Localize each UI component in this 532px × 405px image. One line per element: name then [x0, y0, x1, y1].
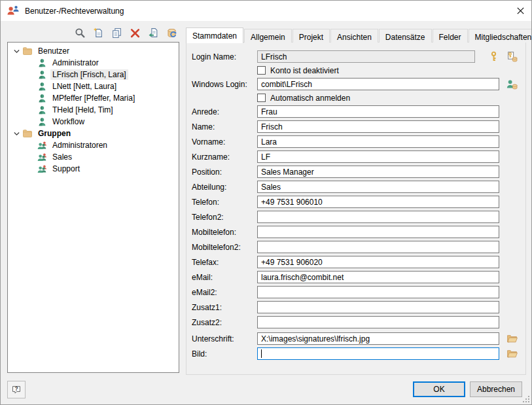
- dialog-buttons: OK Abbrechen: [413, 381, 522, 397]
- toolbar-search-button[interactable]: [73, 26, 87, 40]
- name-label: Name:: [192, 122, 257, 132]
- tab-label: Allgemein: [251, 33, 285, 42]
- tab-datenstze[interactable]: Datensätze: [379, 29, 432, 43]
- folder-icon: [22, 46, 33, 56]
- email2-label: eMail2:: [192, 288, 257, 297]
- toolbar-reload-button[interactable]: [165, 26, 179, 40]
- user-icon: [37, 82, 47, 92]
- password-button[interactable]: [488, 51, 499, 63]
- folder-icon: [22, 128, 33, 139]
- chevron-down-icon[interactable]: [11, 130, 22, 138]
- email2-row: eMail2:: [192, 286, 525, 298]
- resize-grip-icon[interactable]: [523, 396, 530, 403]
- tab-projekt[interactable]: Projekt: [293, 29, 330, 43]
- tree-item-label: Benutzer: [36, 46, 71, 56]
- unterschrift-value: X:\images\signatures\lfrisch.jpg: [261, 334, 370, 343]
- tree-item-label: Sales: [50, 152, 74, 162]
- browse-signature-button[interactable]: [506, 333, 518, 345]
- anrede-label: Anrede:: [192, 107, 257, 116]
- tab-stammdaten[interactable]: Stammdaten: [186, 27, 243, 43]
- zusatz2-field[interactable]: [257, 316, 499, 328]
- unterschrift-row: Unterschrift:X:\images\signatures\lfrisc…: [192, 332, 525, 345]
- toolbar-delete-user-button[interactable]: [128, 26, 142, 40]
- ok-button[interactable]: OK: [413, 381, 465, 397]
- user-group-tree[interactable]: BenutzerAdministratorLFrisch [Frisch, La…: [7, 42, 179, 373]
- zusatz1-field[interactable]: [257, 301, 499, 313]
- bild-field[interactable]: [257, 347, 499, 360]
- kurzname-label: Kurzname:: [192, 152, 257, 162]
- login-name-field[interactable]: LFrisch: [257, 50, 475, 63]
- password-options-button[interactable]: [506, 51, 518, 63]
- windows-login-row: Windows Login:combit\LFrisch: [192, 78, 525, 90]
- email-field[interactable]: laura.frisch@combit.net: [257, 271, 499, 283]
- close-button[interactable]: [509, 1, 531, 21]
- vorname-row: Vorname:Lara: [192, 135, 525, 148]
- automatisch-anmelden-checkbox[interactable]: [257, 94, 266, 102]
- tree-item-mpfeffer[interactable]: MPfeffer [Pfeffer, Maria]: [8, 92, 179, 104]
- kurzname-row: Kurzname:LF: [192, 150, 525, 163]
- browse-image-button[interactable]: [506, 348, 518, 360]
- windows-user-pick-button[interactable]: [506, 79, 518, 90]
- konto-deaktiviert-checkbox-label: Konto ist deaktiviert: [270, 66, 339, 75]
- tab-felder[interactable]: Felder: [433, 29, 468, 43]
- kurzname-value: LF: [261, 152, 270, 162]
- tree-item-workflow[interactable]: Workflow: [8, 116, 179, 128]
- mobiltelefon2-label: Mobiltelefon2:: [192, 243, 257, 252]
- tree-item-theld[interactable]: THeld [Held, Tim]: [8, 104, 179, 116]
- anrede-field[interactable]: Frau: [257, 105, 499, 118]
- tree-item-support[interactable]: Support: [8, 163, 179, 175]
- name-field[interactable]: Frisch: [257, 120, 499, 133]
- refresh-database-icon: [166, 27, 177, 39]
- abteilung-field[interactable]: Sales: [257, 181, 499, 193]
- tree-item-label: THeld [Held, Tim]: [50, 105, 115, 115]
- tab-ansichten[interactable]: Ansichten: [330, 29, 378, 43]
- detail-section: StammdatenAllgemeinProjektAnsichtenDaten…: [186, 27, 526, 375]
- tab-allgemein[interactable]: Allgemein: [244, 29, 292, 43]
- folder-open-icon: [506, 348, 518, 359]
- automatisch-anmelden-checkbox-label: Automatisch anmelden: [270, 94, 350, 103]
- mobiltelefon-field[interactable]: [257, 226, 499, 238]
- telefon-field[interactable]: +49 7531 906010: [257, 196, 499, 208]
- tree-item-gruppen[interactable]: Gruppen: [8, 128, 179, 139]
- tree-item-administratoren[interactable]: Administratoren: [8, 139, 179, 151]
- telefon2-label: Telefon2:: [192, 213, 257, 222]
- cancel-button[interactable]: Abbrechen: [470, 381, 522, 397]
- email2-field[interactable]: [257, 286, 499, 298]
- help-button[interactable]: ?: [7, 381, 26, 398]
- name-value: Frisch: [261, 122, 283, 132]
- telefax-field[interactable]: +49 7531 906020: [257, 256, 499, 268]
- tree-item-label: LFrisch [Frisch, Lara]: [50, 69, 128, 80]
- kurzname-field[interactable]: LF: [257, 150, 499, 163]
- windows-user-icon: [506, 79, 518, 90]
- position-field[interactable]: Sales Manager: [257, 166, 499, 178]
- telefon2-row: Telefon2:: [192, 211, 525, 223]
- user-icon: [37, 117, 47, 127]
- tree-item-administrator[interactable]: Administrator: [8, 57, 179, 69]
- mobiltelefon2-field[interactable]: [257, 241, 499, 253]
- folder-open-icon: [506, 333, 518, 344]
- new-document-icon: [93, 27, 104, 39]
- vorname-field[interactable]: Lara: [257, 135, 499, 148]
- key-icon: [488, 51, 499, 62]
- user-icon: [37, 70, 47, 80]
- tree-item-sales[interactable]: Sales: [8, 151, 179, 163]
- tree-item-lnett[interactable]: LNett [Nett, Laura]: [8, 80, 179, 92]
- konto-deaktiviert-row: Konto ist deaktiviert: [192, 65, 525, 75]
- tree-item-lfrisch[interactable]: LFrisch [Frisch, Lara]: [8, 69, 179, 80]
- toolbar-copy-user-button[interactable]: [110, 26, 124, 40]
- login-name-label: Login Name:: [192, 52, 257, 62]
- telefon2-field[interactable]: [257, 211, 499, 223]
- user-icon: [37, 94, 47, 103]
- unterschrift-field[interactable]: X:\images\signatures\lfrisch.jpg: [257, 332, 499, 345]
- konto-deaktiviert-checkbox[interactable]: [257, 66, 266, 75]
- abteilung-row: Abteilung:Sales: [192, 181, 525, 193]
- search-icon: [75, 27, 86, 39]
- toolbar-new-user-button[interactable]: [92, 26, 105, 40]
- toolbar-import-user-button[interactable]: [147, 26, 160, 40]
- tab-mitgliedschaften[interactable]: Mitgliedschaften: [469, 29, 532, 43]
- windows-login-field[interactable]: combit\LFrisch: [257, 78, 499, 90]
- tree-item-benutzer[interactable]: Benutzer: [8, 45, 179, 57]
- position-value: Sales Manager: [261, 167, 314, 177]
- telefon-row: Telefon:+49 7531 906010: [192, 196, 525, 208]
- chevron-down-icon[interactable]: [11, 47, 22, 56]
